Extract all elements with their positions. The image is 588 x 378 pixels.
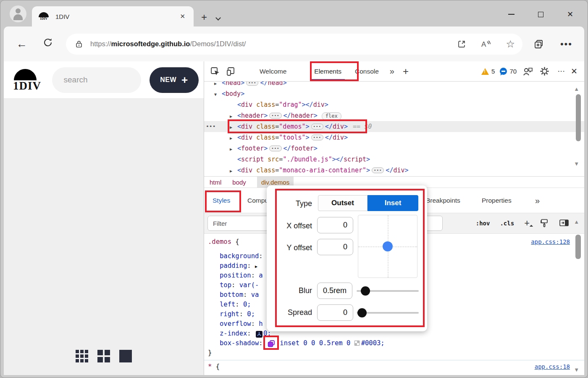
code-token-plain: : xyxy=(259,252,262,260)
outset-button[interactable]: Outset xyxy=(318,195,368,211)
styles-scroll-up-icon[interactable]: ▲ xyxy=(574,219,579,225)
expand-arrow-icon[interactable]: ▶ xyxy=(230,133,237,144)
device-toolbar-icon[interactable] xyxy=(226,66,236,77)
tab-list-chevron-icon[interactable] xyxy=(215,15,221,21)
tab-breakpoints[interactable]: Breakpoints xyxy=(426,188,460,213)
code-token-tag: div xyxy=(241,101,252,108)
3d-view-icon[interactable] xyxy=(256,330,262,339)
expand-arrow-icon[interactable]: ▶ xyxy=(230,144,237,155)
dom-tree-node[interactable]: ▶<head>•••</head> xyxy=(204,82,584,88)
paintbrush-icon[interactable] xyxy=(540,218,549,229)
tab-properties[interactable]: Properties xyxy=(482,188,512,213)
profile-avatar-icon[interactable] xyxy=(10,5,26,22)
code-token-plain xyxy=(252,101,256,108)
search-input[interactable] xyxy=(52,67,141,93)
window-maximize-button[interactable] xyxy=(538,12,543,17)
favorite-star-icon[interactable]: ☆ xyxy=(506,38,515,50)
new-design-button[interactable]: NEW + xyxy=(150,67,199,93)
collections-icon[interactable] xyxy=(533,39,544,50)
blur-slider-knob[interactable] xyxy=(361,286,370,296)
reload-button[interactable] xyxy=(42,37,53,51)
code-token-prop: overflow xyxy=(220,320,251,328)
inspect-element-icon[interactable] xyxy=(210,66,220,77)
node-menu-ellipsis[interactable]: ••• xyxy=(206,121,215,132)
code-token-tag: div xyxy=(313,101,325,108)
code-token-brk: </ xyxy=(325,134,333,141)
inset-button[interactable]: Inset xyxy=(368,195,418,211)
x-offset-input[interactable]: 0 xyxy=(317,217,353,233)
css-declaration[interactable]: box-shadow: inset 0 0 0.5rem 0 #0003; xyxy=(220,338,584,348)
dom-tree-node[interactable]: •••▶<div class="demos">•••</div>== $0 xyxy=(204,121,584,132)
spread-slider-knob[interactable] xyxy=(357,308,367,317)
grid-3x3-icon[interactable] xyxy=(76,350,88,362)
dom-tree-node[interactable]: ▼<body> xyxy=(204,88,584,99)
color-swatch[interactable] xyxy=(354,341,360,346)
styles-scrollbar-thumb[interactable] xyxy=(575,235,581,259)
code-token-tag: div xyxy=(333,134,344,141)
devtools-settings-icon[interactable] xyxy=(539,66,550,77)
styles-scroll-down-icon[interactable]: ▼ xyxy=(574,367,579,373)
window-close-button[interactable]: ✕ xyxy=(567,10,573,19)
tab-styles[interactable]: Styles xyxy=(213,188,230,213)
shadow-editor-icon[interactable] xyxy=(268,339,275,349)
css-source-link[interactable]: app.css:128 xyxy=(531,237,570,247)
open-external-icon[interactable] xyxy=(457,40,466,49)
window-minimize-button[interactable] xyxy=(508,14,514,15)
tab-console[interactable]: Console xyxy=(348,61,386,82)
more-tabs-icon[interactable]: » xyxy=(390,66,394,76)
code-token-plain: : xyxy=(251,320,259,328)
y-offset-input[interactable]: 0 xyxy=(317,239,353,255)
tab-favicon-icon: 1DIV xyxy=(38,12,50,21)
tab-elements[interactable]: Elements xyxy=(307,61,348,82)
offset-2d-pad[interactable] xyxy=(358,215,417,278)
expand-arrow-icon[interactable]: ▶ xyxy=(230,166,237,176)
styles-more-tabs-icon[interactable]: » xyxy=(535,188,540,213)
blur-input[interactable]: 0.5rem xyxy=(317,283,352,299)
code-token-ell[interactable]: ••• xyxy=(311,135,323,140)
breadcrumb-html[interactable]: html xyxy=(210,177,221,188)
dom-scroll-up-icon[interactable]: ▲ xyxy=(574,86,579,92)
code-token-ell[interactable]: ••• xyxy=(372,167,384,173)
tab-close-icon[interactable]: ✕ xyxy=(177,12,188,21)
computed-sidebar-toggle-icon[interactable] xyxy=(559,218,569,229)
code-token-ell[interactable]: ••• xyxy=(269,145,281,151)
class-toggle[interactable]: .cls xyxy=(500,220,514,227)
add-tab-icon[interactable]: + xyxy=(403,66,409,77)
offset-handle[interactable] xyxy=(383,241,393,251)
code-token-brk: < xyxy=(237,112,241,119)
spread-input[interactable]: 0 xyxy=(317,304,353,321)
devtools-close-icon[interactable]: ✕ xyxy=(571,66,578,76)
new-tab-button[interactable]: + xyxy=(201,12,207,22)
code-token-brk: < xyxy=(222,90,226,98)
new-style-rule-icon[interactable]: + xyxy=(524,218,530,229)
expand-arrow-icon[interactable]: ▼ xyxy=(214,89,222,100)
code-token-ell[interactable]: ••• xyxy=(269,113,281,119)
read-aloud-icon[interactable]: A xyxy=(480,40,491,49)
lock-icon[interactable] xyxy=(75,40,83,48)
settings-menu-icon[interactable]: ••• xyxy=(560,39,572,50)
tab-welcome[interactable]: Welcome xyxy=(253,61,293,82)
devtools-menu-icon[interactable]: ⋮ xyxy=(559,68,563,75)
code-token-ell[interactable]: ••• xyxy=(246,82,258,86)
code-token-brk: < xyxy=(222,82,226,87)
dom-tree-node[interactable]: ▶<div class="monaco-aria-container">•••<… xyxy=(204,165,584,176)
address-bar[interactable]: https://microsoftedge.github.io/Demos/1D… xyxy=(66,34,522,55)
dom-tree-node[interactable]: <script src="./bundle.js"></script> xyxy=(204,154,584,165)
breadcrumb-body[interactable]: body xyxy=(232,177,246,188)
spread-label: Spread xyxy=(277,308,312,317)
grid-1x1-icon[interactable] xyxy=(119,350,132,362)
issues-counter[interactable]: 70 xyxy=(500,68,517,75)
css-rule-star[interactable]: * { app.css:18 xyxy=(208,362,584,372)
warnings-counter[interactable]: 5 xyxy=(481,68,495,75)
dom-scroll-down-icon[interactable]: ▼ xyxy=(574,161,579,167)
dom-tree-node[interactable]: ▶<div class="tools">•••</div> xyxy=(204,132,584,143)
feedback-icon[interactable] xyxy=(522,66,533,77)
back-button[interactable]: ← xyxy=(16,37,27,50)
grid-2x2-icon[interactable] xyxy=(97,350,110,362)
dom-tree-node[interactable]: ▶<footer>•••</footer> xyxy=(204,143,584,154)
pseudo-state-toggle[interactable]: :hov xyxy=(476,220,490,227)
dom-tree-node[interactable]: <div class="drag"></div> xyxy=(204,99,584,110)
browser-tab[interactable]: 1DIV 1DIV ✕ xyxy=(32,6,194,26)
dom-scrollbar-thumb[interactable] xyxy=(576,94,581,141)
css-source-link[interactable]: app.css:18 xyxy=(535,362,570,372)
